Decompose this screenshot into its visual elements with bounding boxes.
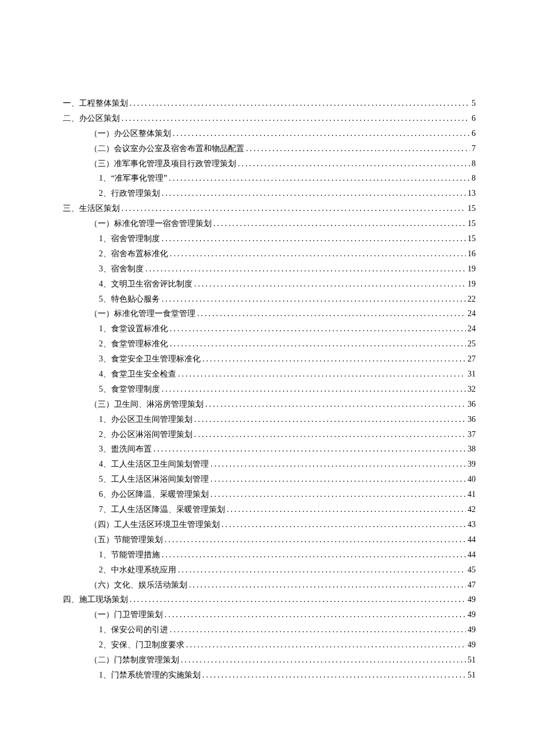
- toc-entry-page: 37: [468, 427, 476, 442]
- toc-entry[interactable]: 1、“准军事化管理”8: [63, 171, 476, 186]
- toc-dots: [178, 562, 466, 578]
- toc-dots: [194, 277, 466, 292]
- toc-entry[interactable]: 4、食堂卫生安全检查31: [63, 367, 476, 382]
- toc-dots: [170, 321, 466, 336]
- toc-entry-label: 2、食堂管理标准化: [99, 336, 168, 352]
- toc-dots: [246, 141, 470, 156]
- toc-entry[interactable]: （六）文化、娱乐活动策划47: [63, 578, 476, 593]
- toc-entry-page: 25: [468, 336, 476, 352]
- toc-dots: [202, 352, 466, 367]
- toc-entry-page: 40: [468, 472, 476, 487]
- toc-entry-page: 19: [468, 277, 476, 292]
- toc-entry[interactable]: 一、工程整体策划5: [63, 96, 476, 111]
- toc-entry[interactable]: 4、文明卫生宿舍评比制度19: [63, 277, 476, 292]
- toc-entry[interactable]: （三）准军事化管理及项目行政管理策划8: [63, 156, 476, 171]
- toc-entry[interactable]: 2、安保、门卫制度要求49: [63, 637, 476, 653]
- toc-entry-label: 二、办公区策划: [63, 111, 120, 126]
- toc-entry-page: 22: [468, 292, 476, 307]
- toc-entry[interactable]: （一）办公区整体策划6: [63, 126, 476, 141]
- toc-entry[interactable]: 1、食堂设置标准化24: [63, 321, 476, 336]
- toc-entry-page: 38: [468, 442, 476, 457]
- toc-entry-label: （三）卫生间、淋浴房管理策划: [90, 397, 204, 412]
- toc-entry-page: 32: [468, 382, 476, 397]
- toc-entry-label: （二）门禁制度管理策划: [90, 653, 179, 668]
- toc-entry[interactable]: 7、工人生活区降温、采暖管理策划42: [63, 502, 476, 517]
- toc-entry[interactable]: 2、食堂管理标准化25: [63, 336, 476, 352]
- table-of-contents: 一、工程整体策划5二、办公区策划6（一）办公区整体策划6（二）会议室办公室及宿舍…: [63, 96, 476, 683]
- toc-entry-page: 6: [472, 126, 476, 141]
- toc-entry[interactable]: （一）标准化管理一宿舍管理策划15: [63, 216, 476, 231]
- toc-entry[interactable]: 3、盥洗间布置38: [63, 442, 476, 457]
- toc-entry-page: 7: [472, 141, 476, 156]
- toc-entry-label: 4、文明卫生宿舍评比制度: [99, 277, 192, 292]
- toc-entry[interactable]: 2、中水处理系统应用45: [63, 562, 476, 578]
- toc-entry[interactable]: 1、节能管理措施44: [63, 547, 476, 562]
- toc-entry-label: （四）工人生活区环境卫生管理策划: [90, 517, 220, 532]
- toc-entry-label: 2、行政管理策划: [99, 186, 160, 201]
- toc-entry-page: 49: [468, 592, 476, 607]
- toc-entry[interactable]: 1、保安公司的引进49: [63, 622, 476, 637]
- toc-dots: [162, 292, 466, 307]
- toc-dots: [181, 653, 466, 668]
- toc-entry-label: 1、办公区卫生间管理策划: [99, 412, 192, 427]
- toc-dots: [178, 367, 466, 382]
- toc-dots: [122, 201, 466, 216]
- toc-dots: [205, 397, 466, 412]
- toc-entry[interactable]: 2、办公区淋浴间管理策划37: [63, 427, 476, 442]
- toc-entry[interactable]: （二）会议室办公室及宿舍布置和物品配置7: [63, 141, 476, 156]
- toc-entry-label: 2、中水处理系统应用: [99, 562, 176, 578]
- toc-entry[interactable]: 1、宿舍管理制度15: [63, 231, 476, 246]
- toc-entry[interactable]: 3、食堂安全卫生管理标准化27: [63, 352, 476, 367]
- toc-entry[interactable]: （四）工人生活区环境卫生管理策划43: [63, 517, 476, 532]
- toc-entry-page: 6: [472, 111, 476, 126]
- toc-entry[interactable]: 2、行政管理策划13: [63, 186, 476, 201]
- toc-entry-label: 2、办公区淋浴间管理策划: [99, 427, 192, 442]
- toc-entry-page: 8: [472, 156, 476, 171]
- toc-entry-page: 15: [468, 201, 476, 216]
- toc-dots: [154, 442, 466, 457]
- toc-entry-label: 1、“准军事化管理”: [99, 171, 167, 186]
- toc-entry-page: 39: [468, 457, 476, 472]
- toc-entry[interactable]: 5、工人生活区淋浴间策划管理40: [63, 472, 476, 487]
- toc-dots: [162, 231, 466, 246]
- toc-dots: [170, 246, 466, 261]
- toc-entry[interactable]: 6、办公区降温、采暖管理策划41: [63, 487, 476, 502]
- toc-dots: [173, 126, 470, 141]
- toc-dots: [165, 607, 466, 622]
- toc-entry-label: （一）办公区整体策划: [90, 126, 171, 141]
- toc-entry[interactable]: 二、办公区策划6: [63, 111, 476, 126]
- toc-entry[interactable]: 4、工人生活区卫生间策划管理39: [63, 457, 476, 472]
- toc-entry-page: 15: [468, 216, 476, 231]
- toc-entry-page: 51: [468, 668, 476, 683]
- toc-dots: [122, 111, 470, 126]
- toc-dots: [202, 668, 466, 683]
- toc-entry-page: 41: [468, 487, 476, 502]
- toc-dots: [211, 487, 466, 502]
- toc-dots: [130, 96, 470, 111]
- toc-entry[interactable]: 三、生活区策划15: [63, 201, 476, 216]
- toc-entry[interactable]: 四、施工现场策划49: [63, 592, 476, 607]
- toc-entry[interactable]: （一）门卫管理策划49: [63, 607, 476, 622]
- toc-entry-page: 36: [468, 397, 476, 412]
- toc-entry-label: （一）标准化管理一食堂管理: [90, 306, 195, 321]
- toc-dots: [197, 306, 466, 321]
- toc-entry[interactable]: 3、宿舍制度19: [63, 261, 476, 277]
- toc-entry-page: 44: [468, 532, 476, 547]
- toc-entry-label: 3、宿舍制度: [99, 261, 144, 277]
- toc-entry-page: 19: [468, 261, 476, 277]
- toc-entry[interactable]: （一）标准化管理一食堂管理24: [63, 306, 476, 321]
- toc-entry-label: （三）准军事化管理及项目行政管理策划: [90, 156, 236, 171]
- toc-entry[interactable]: （五）节能管理策划44: [63, 532, 476, 547]
- toc-entry[interactable]: 1、门禁系统管理的实施策划51: [63, 668, 476, 683]
- toc-entry[interactable]: 2、宿舍布置标准化16: [63, 246, 476, 261]
- toc-entry[interactable]: 5、特色贴心服务22: [63, 292, 476, 307]
- toc-entry-label: 4、食堂卫生安全检查: [99, 367, 176, 382]
- toc-entry[interactable]: （三）卫生间、淋浴房管理策划36: [63, 397, 476, 412]
- toc-dots: [194, 412, 466, 427]
- toc-dots: [162, 382, 466, 397]
- toc-entry-page: 36: [468, 412, 476, 427]
- toc-entry[interactable]: （二）门禁制度管理策划51: [63, 653, 476, 668]
- toc-entry[interactable]: 5、食堂管理制度32: [63, 382, 476, 397]
- toc-dots: [165, 532, 466, 547]
- toc-entry[interactable]: 1、办公区卫生间管理策划36: [63, 412, 476, 427]
